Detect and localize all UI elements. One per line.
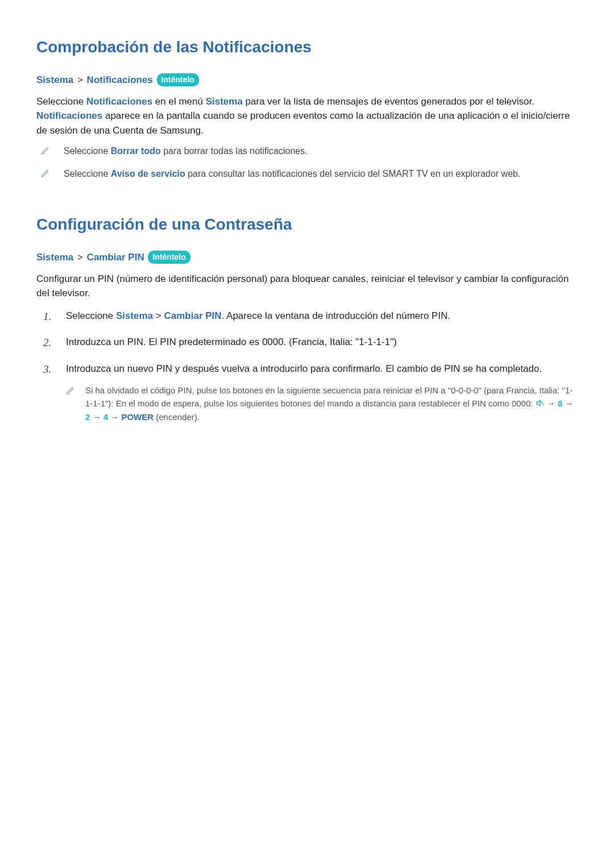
text: Seleccione	[64, 146, 111, 156]
pencil-icon	[41, 146, 50, 156]
list-item: 2. Introduzca un PIN. El PIN predetermin…	[43, 335, 578, 351]
text: para consultar las notificaciones del se…	[185, 169, 521, 178]
text: Seleccione	[66, 310, 116, 321]
section-notifications: Comprobación de las Notificaciones Siste…	[36, 35, 578, 181]
section-paragraph: Configurar un PIN (número de identificac…	[36, 272, 578, 301]
term-aviso-servicio: Aviso de servicio	[111, 169, 185, 178]
crumb-cambiar-pin: Cambiar PIN	[87, 252, 144, 263]
term-notificaciones: Notificaciones	[86, 96, 152, 107]
note-list: Seleccione Borrar todo para borrar todas…	[36, 144, 578, 181]
text: Si ha olvidado el código PIN, pulse los …	[85, 385, 572, 408]
step-text: Seleccione Sistema > Cambiar PIN. Aparec…	[66, 309, 578, 323]
crumb-sistema: Sistema	[36, 74, 73, 85]
breadcrumb: Sistema > Cambiar PIN Inténtelo	[36, 250, 578, 265]
arrow: →	[108, 412, 121, 422]
text: (encender).	[154, 412, 200, 422]
section-paragraph: Seleccione Notificaciones en el menú Sis…	[36, 94, 578, 138]
term-borrar-todo: Borrar todo	[111, 146, 161, 156]
try-it-pill[interactable]: Inténtelo	[157, 73, 199, 86]
text: Introduzca un nuevo PIN y después vuelva…	[66, 363, 542, 374]
list-item: Seleccione Borrar todo para borrar todas…	[36, 144, 578, 158]
crumb-sistema: Sistema	[36, 252, 73, 263]
term-cambiar-pin: Cambiar PIN	[164, 310, 221, 321]
breadcrumb: Sistema > Notificaciones Inténtelo	[36, 73, 578, 88]
step-number: 1.	[43, 309, 55, 325]
section-title: Configuración de una Contraseña	[36, 213, 578, 236]
section-password: Configuración de una Contraseña Sistema …	[36, 213, 578, 423]
section-title: Comprobación de las Notificaciones	[36, 35, 578, 59]
list-item: 1. Seleccione Sistema > Cambiar PIN. Apa…	[43, 309, 578, 325]
pencil-icon	[41, 168, 50, 178]
term-sistema: Sistema	[116, 310, 153, 321]
crumb-sep: >	[77, 74, 83, 85]
text: . Aparece la ventana de introducción del…	[222, 310, 451, 321]
nested-note: Si ha olvidado el código PIN, pulse los …	[66, 384, 578, 423]
note-text: Si ha olvidado el código PIN, pulse los …	[85, 384, 578, 423]
text: Seleccione	[36, 96, 86, 107]
crumb-sep: >	[77, 252, 83, 263]
step-number: 2.	[43, 335, 55, 351]
term-notificaciones: Notificaciones	[36, 110, 102, 121]
svg-line-0	[541, 401, 544, 405]
arrow: →	[545, 398, 558, 408]
text: para borrar todas las notificaciones.	[161, 146, 308, 156]
steps-list: 1. Seleccione Sistema > Cambiar PIN. Apa…	[36, 309, 578, 423]
text: para ver la lista de mensajes de eventos…	[243, 96, 534, 107]
text: Seleccione	[64, 169, 111, 178]
list-item: 3. Introduzca un nuevo PIN y después vue…	[43, 362, 578, 423]
arrow: →	[90, 412, 103, 422]
pencil-icon	[66, 385, 75, 395]
key-power: POWER	[121, 412, 154, 422]
text: aparece en la pantalla cuando se produce…	[36, 110, 570, 136]
note-text: Seleccione Borrar todo para borrar todas…	[64, 144, 308, 158]
list-item: Seleccione Aviso de servicio para consul…	[36, 167, 578, 181]
key-4: 4	[103, 412, 108, 422]
step-text: Introduzca un nuevo PIN y después vuelva…	[66, 362, 578, 423]
text: en el menú	[152, 96, 206, 107]
crumb-notificaciones: Notificaciones	[87, 74, 153, 85]
step-text: Introduzca un PIN. El PIN predeterminado…	[66, 335, 578, 350]
arrow: →	[562, 398, 573, 408]
step-number: 3.	[43, 362, 55, 378]
try-it-pill[interactable]: Inténtelo	[148, 251, 190, 264]
note-text: Seleccione Aviso de servicio para consul…	[64, 167, 520, 181]
term-sistema: Sistema	[206, 96, 243, 107]
mute-icon	[536, 398, 545, 406]
text: >	[153, 310, 164, 321]
